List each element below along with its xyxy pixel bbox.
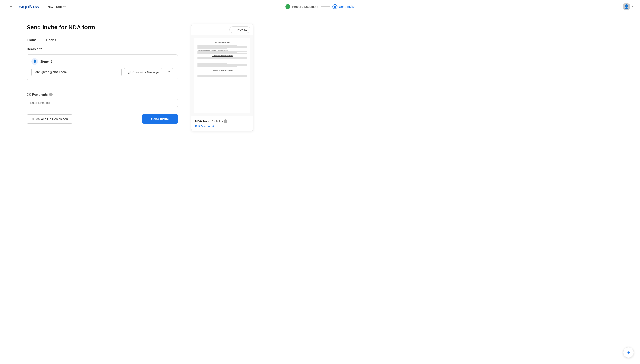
fields-help-icon[interactable]: ? bbox=[224, 120, 227, 123]
doc-page-title: NON-DISCLOSURE AGR... bbox=[197, 41, 247, 43]
actions-row: ⚙ Actions On Completion Send Invite bbox=[27, 114, 178, 124]
signer-settings-button[interactable]: ⚙ bbox=[165, 68, 173, 76]
customize-icon: 💬 bbox=[128, 70, 131, 74]
logo: signNow bbox=[19, 4, 40, 10]
customize-message-button[interactable]: 💬 Customize Message bbox=[124, 68, 162, 76]
page-title: Send Invite for NDA form bbox=[27, 24, 178, 31]
doc-title-area: NDA form ✏ bbox=[48, 5, 66, 8]
from-label: From: bbox=[27, 38, 45, 42]
edit-doc-title-icon[interactable]: ✏ bbox=[63, 5, 66, 8]
chat-icon: ⊞ bbox=[626, 350, 630, 355]
cc-label-row: CC Recipients ? bbox=[27, 93, 178, 96]
recipient-box: 👤 Signer 1 💬 Customize Message ⚙ bbox=[27, 54, 178, 80]
fields-count: 12 fields bbox=[212, 120, 223, 123]
customize-label: Customize Message bbox=[132, 70, 159, 74]
header-left: ← signNow NDA form ✏ bbox=[7, 3, 66, 10]
recipient-label: Recipient bbox=[27, 47, 178, 51]
main-content: Send Invite for NDA form From: Dean S Re… bbox=[0, 13, 311, 146]
form-section: Send Invite for NDA form From: Dean S Re… bbox=[27, 24, 178, 135]
step-prepare-label: Prepare Document bbox=[292, 5, 318, 8]
fields-badge: 12 fields ? bbox=[212, 120, 227, 123]
doc-title-text: NDA form bbox=[48, 5, 62, 8]
actions-on-completion-button[interactable]: ⚙ Actions On Completion bbox=[27, 114, 72, 124]
actions-gear-icon: ⚙ bbox=[31, 117, 34, 121]
header-right: 👤 ▾ bbox=[623, 3, 633, 10]
divider bbox=[27, 87, 178, 88]
step-send-label: Send Invite bbox=[339, 5, 355, 8]
preview-label: Preview bbox=[237, 28, 247, 31]
doc-preview-area: NON-DISCLOSURE AGR... The Recipient here… bbox=[191, 35, 253, 116]
step-send-active-icon bbox=[332, 4, 337, 9]
cc-help-icon[interactable]: ? bbox=[49, 93, 53, 96]
edit-document-link[interactable]: Edit Document bbox=[195, 125, 214, 128]
actions-completion-label: Actions On Completion bbox=[36, 117, 68, 121]
from-row: From: Dean S bbox=[27, 38, 178, 42]
signer-email-input[interactable] bbox=[31, 68, 122, 76]
gear-icon: ⚙ bbox=[167, 70, 170, 74]
preview-header: 👁 Preview bbox=[191, 24, 253, 35]
user-menu-button[interactable]: 👤 ▾ bbox=[623, 3, 633, 10]
doc-line bbox=[197, 44, 247, 45]
step-prepare-done-icon: ✓ bbox=[285, 4, 290, 9]
doc-name: NDA form bbox=[195, 119, 210, 123]
step-send: Send Invite bbox=[332, 4, 355, 9]
preview-container: 👁 Preview NON-DISCLOSURE AGR... The Reci… bbox=[191, 24, 253, 131]
cc-label: CC Recipients bbox=[27, 93, 48, 96]
preview-button[interactable]: 👁 Preview bbox=[229, 26, 251, 33]
chevron-down-icon: ▾ bbox=[631, 5, 633, 8]
preview-panel: 👁 Preview NON-DISCLOSURE AGR... The Reci… bbox=[191, 24, 253, 135]
logo-text: signNow bbox=[19, 4, 40, 9]
signer-icon: 👤 bbox=[31, 58, 38, 65]
chat-fab-button[interactable]: ⊞ bbox=[623, 347, 634, 358]
cc-section: CC Recipients ? bbox=[27, 93, 178, 107]
send-invite-button[interactable]: Send Invite bbox=[142, 114, 178, 124]
header: ← signNow NDA form ✏ ✓ Prepare Document … bbox=[0, 0, 640, 13]
signer-header: 👤 Signer 1 bbox=[31, 58, 173, 65]
doc-page: NON-DISCLOSURE AGR... The Recipient here… bbox=[194, 38, 251, 114]
step-prepare: ✓ Prepare Document bbox=[285, 4, 318, 9]
eye-icon: 👁 bbox=[233, 28, 236, 31]
progress-steps: ✓ Prepare Document Send Invite bbox=[285, 4, 355, 9]
cc-email-input[interactable] bbox=[27, 98, 178, 107]
send-invite-label: Send Invite bbox=[151, 117, 169, 121]
avatar: 👤 bbox=[623, 3, 630, 10]
signer-name: Signer 1 bbox=[40, 60, 53, 63]
step-connector bbox=[321, 6, 330, 7]
back-button[interactable]: ← bbox=[7, 3, 15, 10]
from-value: Dean S bbox=[46, 38, 57, 42]
doc-name-row: NDA form 12 fields ? bbox=[195, 119, 250, 123]
signer-inputs: 💬 Customize Message ⚙ bbox=[31, 68, 173, 76]
doc-info: NDA form 12 fields ? Edit Document bbox=[191, 116, 253, 131]
recipient-section: Recipient 👤 Signer 1 💬 Customize Message… bbox=[27, 47, 178, 80]
